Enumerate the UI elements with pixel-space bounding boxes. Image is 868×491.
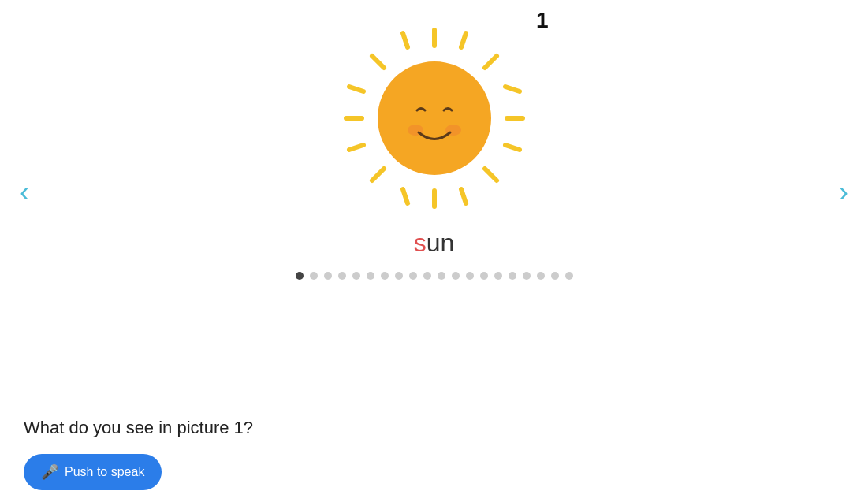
prev-button[interactable]: ‹ xyxy=(12,168,37,217)
svg-line-6 xyxy=(485,56,497,68)
slide-dot[interactable] xyxy=(466,272,474,280)
slide-dot[interactable] xyxy=(494,272,502,280)
slide-dot[interactable] xyxy=(310,272,318,280)
svg-line-8 xyxy=(403,33,408,47)
word-display: sun xyxy=(414,229,455,258)
question-section: What do you see in picture 1? 🎤 Push to … xyxy=(0,394,868,491)
slide-dot[interactable] xyxy=(551,272,559,280)
svg-line-15 xyxy=(505,87,520,91)
svg-line-7 xyxy=(372,169,384,180)
push-to-speak-button[interactable]: 🎤 Push to speak xyxy=(24,454,162,490)
slide-dot[interactable] xyxy=(480,272,488,280)
slide-dot[interactable] xyxy=(409,272,417,280)
svg-line-9 xyxy=(461,189,466,203)
slide-dot[interactable] xyxy=(438,272,445,280)
microphone-icon: 🎤 xyxy=(41,463,58,481)
word-rest: un xyxy=(427,229,455,257)
slide-dot[interactable] xyxy=(296,272,304,280)
slide-number: 1 xyxy=(536,8,549,33)
slide-dot[interactable] xyxy=(338,272,346,280)
slide-dot[interactable] xyxy=(509,272,516,280)
push-to-speak-label: Push to speak xyxy=(65,465,144,479)
question-text: What do you see in picture 1? xyxy=(24,418,844,438)
next-arrow-button[interactable]: › xyxy=(831,168,856,217)
slide-dots xyxy=(296,272,573,280)
svg-line-11 xyxy=(403,189,408,203)
svg-point-16 xyxy=(378,61,491,175)
slide-dot[interactable] xyxy=(452,272,460,280)
slide-dot[interactable] xyxy=(537,272,545,280)
slide-dot[interactable] xyxy=(423,272,431,280)
svg-line-5 xyxy=(485,169,497,180)
svg-line-10 xyxy=(461,33,466,47)
slide-dot[interactable] xyxy=(352,272,360,280)
svg-line-14 xyxy=(349,145,363,150)
word-highlight: s xyxy=(414,229,427,257)
slide-dot[interactable] xyxy=(395,272,403,280)
svg-line-13 xyxy=(505,145,520,150)
slide-dot[interactable] xyxy=(324,272,332,280)
slide-dot[interactable] xyxy=(565,272,573,280)
slide-dot[interactable] xyxy=(367,272,374,280)
sun-illustration xyxy=(332,16,537,221)
sun-svg xyxy=(332,16,537,221)
slide-dot[interactable] xyxy=(523,272,531,280)
svg-line-4 xyxy=(372,56,384,68)
svg-line-12 xyxy=(349,87,363,91)
slide-dot[interactable] xyxy=(381,272,389,280)
slide-area: 1 ‹ xyxy=(0,0,868,394)
